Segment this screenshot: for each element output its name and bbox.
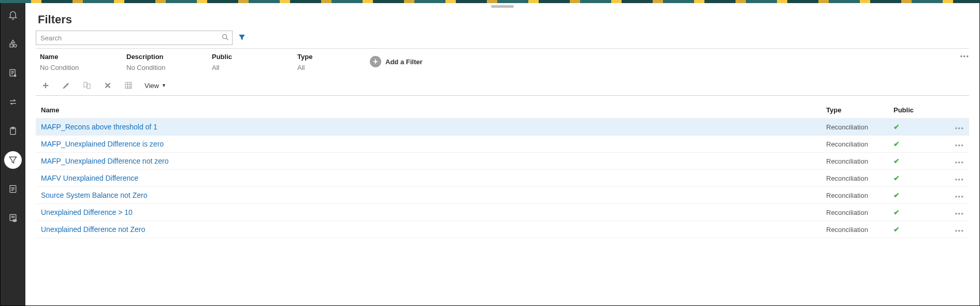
row-actions-button[interactable]: ●●● [955, 194, 964, 199]
filter-criteria-bar: Name No Condition Description No Conditi… [36, 48, 969, 71]
grid-button[interactable] [124, 81, 133, 90]
table-header: Name Type Public [36, 102, 969, 119]
sidebar-item-doc-gear[interactable] [4, 64, 22, 82]
filter-bar-more-button[interactable]: ●●● [960, 54, 970, 59]
filter-criterion-value: All [297, 64, 365, 71]
bell-icon [8, 10, 18, 20]
filter-name-link[interactable]: MAFV Unexplained Difference [41, 174, 138, 182]
svg-rect-13 [125, 82, 132, 89]
svg-rect-12 [87, 84, 90, 89]
page-title: Filters [38, 13, 969, 26]
sidebar-item-notifications[interactable] [4, 6, 22, 24]
table-row[interactable]: MAFV Unexplained DifferenceReconciliatio… [36, 170, 969, 187]
row-actions-button[interactable]: ●●● [955, 211, 964, 216]
copy-icon [82, 81, 92, 90]
checkmark-icon: ✔ [893, 191, 900, 199]
table-row[interactable]: Source System Balance not ZeroReconcilia… [36, 187, 969, 204]
checkmark-icon: ✔ [893, 157, 900, 165]
sidebar-item-list[interactable] [4, 180, 22, 198]
toolbar: View ▼ [36, 79, 969, 96]
sidebar-item-transfer[interactable] [4, 93, 22, 111]
add-filter-label: Add a Filter [385, 58, 423, 66]
filter-criterion-label: Type [297, 53, 365, 61]
delete-button[interactable] [103, 81, 112, 90]
table-row[interactable]: Unexplained Difference > 10Reconciliatio… [36, 204, 969, 221]
shapes-icon [8, 39, 18, 49]
add-filter-button[interactable]: + Add a Filter [370, 56, 423, 67]
filters-table: Name Type Public MAFP_Recons above thres… [36, 102, 969, 238]
row-actions-button[interactable]: ●●● [955, 160, 964, 165]
filter-criterion-type[interactable]: Type All [292, 53, 370, 71]
search-input[interactable] [36, 31, 233, 45]
sidebar-item-filters[interactable] [4, 151, 22, 169]
row-actions-button[interactable]: ●●● [955, 228, 964, 233]
plus-circle-icon: + [370, 56, 381, 67]
funnel-icon [238, 33, 246, 41]
plus-icon [41, 81, 50, 90]
filter-type-cell: Reconciliation [826, 192, 893, 199]
filter-name-link[interactable]: MAFP_Recons above threshold of 1 [41, 123, 157, 131]
filter-name-link[interactable]: Source System Balance not Zero [41, 191, 147, 199]
row-actions-button[interactable]: ●●● [955, 143, 964, 148]
column-header-type[interactable]: Type [826, 106, 893, 114]
table-row[interactable]: MAFP_Unexplained Difference not zeroReco… [36, 153, 969, 170]
filter-type-cell: Reconciliation [826, 140, 893, 148]
funnel-icon [8, 155, 18, 165]
filter-criterion-public[interactable]: Public All [207, 53, 292, 71]
svg-point-10 [223, 35, 227, 39]
checkmark-icon: ✔ [893, 174, 900, 182]
edit-button[interactable] [62, 81, 71, 90]
drag-handle[interactable] [491, 5, 514, 8]
column-header-name[interactable]: Name [41, 106, 826, 114]
table-row[interactable]: MAFP_Unexplained Difference is zeroRecon… [36, 136, 969, 153]
filter-criterion-label: Public [212, 53, 287, 61]
checkmark-icon: ✔ [893, 123, 900, 131]
sidebar-item-shapes[interactable] [4, 35, 22, 53]
table-row[interactable]: Unexplained Difference not ZeroReconcili… [36, 221, 969, 238]
filter-criterion-name[interactable]: Name No Condition [36, 53, 121, 71]
filter-name-link[interactable]: MAFP_Unexplained Difference is zero [41, 140, 164, 148]
filter-type-cell: Reconciliation [826, 123, 893, 131]
pencil-icon [62, 81, 71, 90]
filter-type-cell: Reconciliation [826, 226, 893, 234]
view-label: View [145, 82, 159, 90]
filter-name-link[interactable]: Unexplained Difference > 10 [41, 208, 133, 216]
view-menu-button[interactable]: View ▼ [145, 82, 166, 90]
clipboard-icon [8, 126, 18, 136]
x-icon [103, 81, 112, 90]
search-icon[interactable] [221, 33, 229, 41]
filter-criterion-label: Description [126, 53, 201, 61]
filter-name-link[interactable]: MAFP_Unexplained Difference not zero [41, 157, 168, 165]
checkmark-icon: ✔ [893, 208, 900, 216]
filter-criterion-value: No Condition [126, 64, 201, 71]
list-doc-icon [8, 184, 18, 194]
checkmark-icon: ✔ [893, 140, 900, 148]
duplicate-button[interactable] [82, 81, 92, 90]
transfer-icon [8, 97, 18, 107]
sidebar-item-clipboard[interactable] [4, 122, 22, 140]
sidebar [1, 3, 25, 305]
svg-rect-11 [84, 82, 87, 87]
filter-type-cell: Reconciliation [826, 157, 893, 165]
filter-criterion-label: Name [40, 53, 116, 61]
row-actions-button[interactable]: ●●● [955, 177, 964, 182]
new-button[interactable] [41, 81, 50, 90]
report-eye-icon [8, 213, 18, 223]
filter-type-cell: Reconciliation [826, 209, 893, 216]
sidebar-item-report[interactable] [4, 209, 22, 227]
filter-name-link[interactable]: Unexplained Difference not Zero [41, 225, 145, 234]
table-row[interactable]: MAFP_Recons above threshold of 1Reconcil… [36, 119, 969, 136]
checkmark-icon: ✔ [893, 225, 900, 234]
row-actions-button[interactable]: ●●● [955, 126, 964, 130]
filter-criterion-value: No Condition [40, 64, 116, 71]
filter-type-cell: Reconciliation [826, 174, 893, 182]
filter-criterion-value: All [212, 64, 287, 71]
filter-toggle-button[interactable] [238, 33, 246, 43]
svg-rect-0 [10, 44, 13, 47]
caret-down-icon: ▼ [162, 83, 166, 88]
main-panel: Filters Name No Condition Description No… [25, 3, 979, 305]
grid-icon [124, 81, 133, 90]
filter-criterion-description[interactable]: Description No Condition [121, 53, 207, 71]
svg-point-1 [14, 45, 17, 47]
column-header-public[interactable]: Public [893, 106, 933, 114]
